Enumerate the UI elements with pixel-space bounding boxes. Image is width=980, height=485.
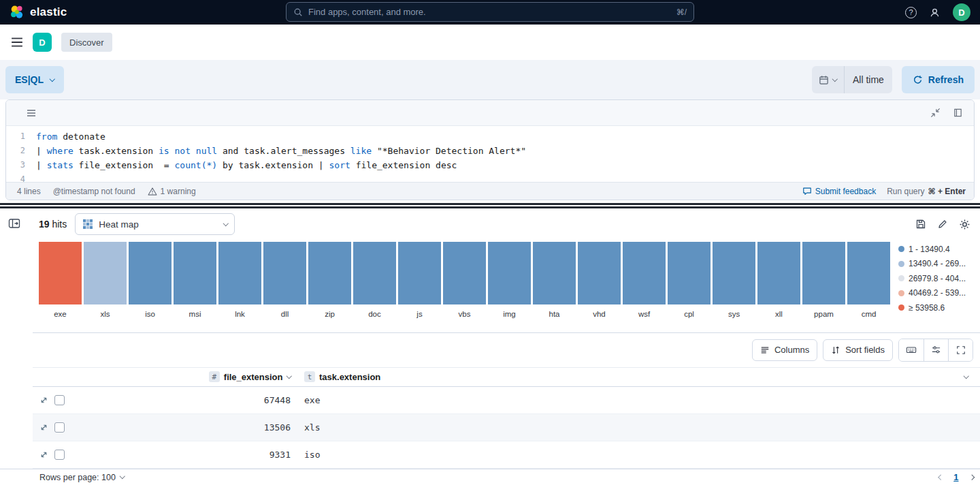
- global-header: elastic ⌘/ ? D: [0, 0, 980, 25]
- refresh-button[interactable]: Refresh: [902, 66, 975, 93]
- heat-cell-msi[interactable]: [174, 242, 216, 304]
- grid-header-row: # file_extension t task.extension: [33, 367, 980, 387]
- esql-mode-label: ES|QL: [15, 74, 44, 85]
- viz-type-select[interactable]: Heat map: [75, 213, 235, 235]
- heat-cell-cmd[interactable]: [847, 242, 890, 304]
- cell-task-extension[interactable]: xls: [297, 422, 953, 433]
- columns-button[interactable]: Columns: [752, 339, 817, 361]
- users-icon[interactable]: [929, 7, 941, 18]
- chevron-down-icon[interactable]: [964, 373, 969, 379]
- expand-row-icon[interactable]: [39, 396, 48, 405]
- column-header-file-extension[interactable]: # file_extension: [71, 371, 297, 382]
- keyboard-icon: [906, 345, 917, 355]
- fullscreen-button[interactable]: [948, 339, 973, 361]
- heat-category-label: img: [488, 310, 531, 318]
- calendar-button[interactable]: [812, 66, 845, 93]
- chevron-right-icon[interactable]: [968, 475, 974, 480]
- heat-cell-cpl[interactable]: [668, 242, 710, 304]
- heat-cell-xls[interactable]: [84, 242, 127, 304]
- heat-cell-exe[interactable]: [39, 242, 82, 304]
- panel-toggle-icon[interactable]: [8, 218, 20, 229]
- chevron-down-icon[interactable]: [286, 373, 291, 379]
- heat-cell-iso[interactable]: [129, 242, 172, 304]
- chevron-left-icon[interactable]: [938, 475, 944, 480]
- expand-row-icon[interactable]: [39, 423, 48, 432]
- help-icon[interactable]: ?: [905, 7, 917, 18]
- row-checkbox[interactable]: [54, 422, 65, 433]
- sort-fields-label: Sort fields: [845, 345, 885, 355]
- run-query-shortcut: ⌘ + Enter: [928, 187, 966, 196]
- legend-item[interactable]: ≥ 53958.6: [898, 303, 977, 313]
- display-options-button[interactable]: [924, 339, 948, 361]
- code-text[interactable]: from detonate: [25, 129, 105, 144]
- esql-editor: 1from detonate2| where task.extension is…: [5, 99, 975, 200]
- heat-cell-dll[interactable]: [263, 242, 306, 304]
- heat-cell-hta[interactable]: [533, 242, 576, 304]
- heat-cell-img[interactable]: [488, 242, 531, 304]
- docs-icon[interactable]: [953, 108, 963, 118]
- heat-category-label: zip: [308, 310, 351, 318]
- cell-task-extension[interactable]: iso: [297, 450, 953, 460]
- submit-feedback-link[interactable]: Submit feedback: [802, 187, 876, 196]
- heat-cell-wsf[interactable]: [623, 242, 666, 304]
- user-avatar[interactable]: D: [953, 3, 970, 21]
- cell-task-extension[interactable]: exe: [297, 395, 953, 405]
- breadcrumb[interactable]: Discover: [61, 33, 112, 52]
- time-range-label[interactable]: All time: [845, 66, 892, 93]
- refresh-label: Refresh: [928, 74, 964, 85]
- time-range-picker[interactable]: All time: [812, 66, 892, 93]
- global-search[interactable]: ⌘/: [286, 2, 694, 22]
- gear-icon[interactable]: [959, 219, 970, 230]
- resize-splitter[interactable]: [0, 200, 980, 211]
- legend-item[interactable]: 40469.2 - 539...: [898, 288, 977, 298]
- esql-mode-button[interactable]: ES|QL: [5, 66, 64, 93]
- column-header-task-extension[interactable]: t task.extension: [297, 371, 953, 382]
- legend-item[interactable]: 1 - 13490.4: [898, 245, 977, 254]
- expand-row-icon[interactable]: [39, 450, 48, 459]
- keyboard-shortcuts-button[interactable]: [899, 339, 924, 361]
- edit-icon[interactable]: [937, 219, 948, 230]
- legend-item[interactable]: 13490.4 - 269...: [898, 259, 977, 268]
- heat-cell-xll[interactable]: [757, 242, 800, 304]
- code-text[interactable]: | where task.extension is not null and t…: [25, 144, 526, 158]
- heat-cell-zip[interactable]: [308, 242, 351, 304]
- sort-fields-button[interactable]: Sort fields: [823, 339, 893, 361]
- save-icon[interactable]: [915, 219, 926, 230]
- space-badge[interactable]: D: [33, 33, 52, 52]
- code-lines[interactable]: 1from detonate2| where task.extension is…: [6, 126, 974, 182]
- editor-menu-icon[interactable]: [27, 109, 36, 117]
- legend-label: ≥ 53958.6: [909, 303, 945, 313]
- shrink-icon[interactable]: [930, 108, 941, 118]
- menu-icon[interactable]: [11, 37, 23, 48]
- numeric-field-badge: #: [209, 371, 220, 382]
- editor-footer: 4 lines @timestamp not found 1 warning S…: [6, 182, 974, 200]
- heat-cell-doc[interactable]: [353, 242, 396, 304]
- rows-per-page-button[interactable]: Rows per page: 100: [39, 473, 124, 482]
- text-field-badge: t: [304, 371, 315, 382]
- heat-cell-ppam[interactable]: [802, 242, 845, 304]
- warning-item[interactable]: 1 warning: [148, 187, 196, 196]
- heat-category-label: js: [398, 310, 441, 318]
- heat-cell-js[interactable]: [398, 242, 441, 304]
- heat-cell-vhd[interactable]: [578, 242, 621, 304]
- row-checkbox[interactable]: [54, 450, 65, 460]
- heatmap-cells: [39, 242, 890, 304]
- cell-file-extension[interactable]: 9331: [71, 450, 297, 460]
- code-line: 3| stats file_extension = count(*) by ta…: [6, 158, 974, 172]
- heatmap-viz-icon: [82, 219, 93, 230]
- code-text[interactable]: [25, 172, 36, 182]
- table-row: 9331iso: [33, 441, 980, 469]
- elastic-logo[interactable]: elastic: [10, 5, 67, 20]
- legend-item[interactable]: 26979.8 - 404...: [898, 274, 977, 283]
- row-checkbox[interactable]: [54, 395, 65, 405]
- cell-file-extension[interactable]: 13506: [71, 422, 297, 433]
- search-input[interactable]: [308, 7, 671, 17]
- feedback-icon: [802, 187, 812, 196]
- legend-dot: [898, 304, 904, 311]
- heat-cell-sys[interactable]: [713, 242, 755, 304]
- heat-cell-lnk[interactable]: [218, 242, 261, 304]
- heat-cell-vbs[interactable]: [443, 242, 486, 304]
- page-number[interactable]: 1: [953, 472, 958, 482]
- cell-file-extension[interactable]: 67448: [71, 395, 297, 405]
- code-text[interactable]: | stats file_extension = count(*) by tas…: [25, 158, 457, 172]
